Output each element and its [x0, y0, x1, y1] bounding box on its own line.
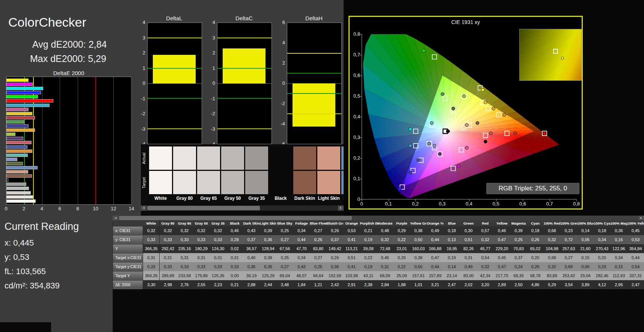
swatch-target-white	[149, 171, 172, 194]
table-scroll-thumb[interactable]	[119, 216, 352, 220]
table-cell: 0,49	[460, 262, 477, 271]
table-cell: 0,33	[594, 262, 610, 271]
threshold-line	[217, 38, 271, 38]
table-cell: 0,44	[627, 253, 644, 262]
threshold-line	[287, 93, 341, 94]
table-cell: 0,33	[193, 262, 210, 271]
swatch-target-dark-skin	[293, 171, 316, 194]
inset-measured-marker	[561, 57, 564, 60]
table-scroll-right-arrow-icon[interactable]: ►	[638, 216, 644, 221]
threshold-line	[287, 53, 341, 54]
deltae-bars	[6, 78, 131, 203]
deltae-x-tick-label: 8	[76, 206, 79, 211]
reading-cdm2: cd/m²: 354,839	[5, 281, 60, 291]
table-cell: 48,07	[293, 271, 310, 280]
table-scrollbar[interactable]: ◄ ►	[113, 216, 644, 220]
scroll-left-arrow-icon[interactable]: ◄	[141, 205, 146, 211]
table-cell: 0,49	[427, 226, 443, 235]
deltal-chart[interactable]: DeltaL 43210-1-2-3-4	[139, 15, 202, 144]
table-cell: 0,18	[443, 226, 460, 235]
table-cell: 0,31	[143, 253, 160, 262]
deltae-bar-foliage	[6, 162, 23, 165]
table-cell: 282,46	[594, 271, 610, 280]
deltae-bar-row	[6, 166, 131, 169]
scroll-right-arrow-icon[interactable]: ►	[338, 205, 344, 211]
cie-chart-panel[interactable]: CIE 1931 xy 00,10,20,30,40,50,60,70,8 00…	[348, 16, 583, 210]
table-cell: 2,91	[343, 280, 360, 289]
table-cell: 2,98	[160, 280, 176, 289]
cie-measured-100-blue	[398, 187, 401, 191]
swatch-scrollbar[interactable]: ◄ ►	[141, 205, 344, 211]
delta-y-tick-label: -2	[141, 111, 145, 117]
table-row-x-cie31: x: CIE310,320,320,320,320,320,460,430,39…	[113, 226, 644, 235]
cie-y-tick-label: 0,5	[350, 93, 360, 99]
table-cell: 0,25	[310, 262, 326, 271]
table-row-target-y-cie31: Target y:CIE310,330,330,330,330,330,330,…	[113, 262, 644, 271]
cie-x-tick-label: 0,8	[571, 201, 582, 207]
table-cell: 0,32	[544, 235, 560, 244]
threshold-line	[217, 98, 271, 99]
table-cell: 0,33	[193, 235, 210, 244]
cie-measured-bluish-green	[430, 121, 434, 125]
col-header-gray-65: Gray 65	[176, 220, 193, 226]
table-cell: 2,50	[510, 280, 527, 289]
table-scroll-left-arrow-icon[interactable]: ◄	[113, 216, 118, 221]
table-cell: 2,44	[260, 280, 276, 289]
table-cell: 0,25	[510, 235, 527, 244]
col-header-magenta: Magenta	[510, 220, 527, 226]
bottom-filler	[113, 289, 644, 332]
col-header-100-red: 100% Red	[544, 220, 560, 226]
table-cell: 2,76	[176, 280, 193, 289]
cie-y-tick-label: 0,6	[350, 72, 360, 78]
table-cell: 0,72	[560, 235, 577, 244]
table-cell: 3,20	[477, 280, 493, 289]
table-cell: 0,45	[627, 226, 644, 235]
deltae-bar-row	[6, 83, 131, 86]
table-cell: 124,30	[210, 244, 226, 253]
deltah-bar	[293, 83, 335, 127]
table-cell: 0,68	[544, 226, 560, 235]
scroll-thumb[interactable]	[147, 206, 260, 210]
deltae-bar-row	[6, 78, 131, 82]
cie-x-tick-label: 0,5	[490, 201, 502, 207]
cie-x-tick-label: 0,2	[410, 201, 421, 207]
table-cell: 68,35	[510, 271, 527, 280]
deltae-bar-row	[6, 149, 131, 153]
col-header-cyan: Cyan	[527, 220, 543, 226]
deltae-x-tick-label: 12	[111, 206, 116, 211]
swatch-target-gray-50	[221, 171, 244, 194]
deltac-chart[interactable]: DeltaC 43210-1-2-3-4	[209, 15, 272, 144]
deltae2000-chart[interactable]	[6, 77, 131, 205]
table-cell: 0,27	[310, 253, 326, 262]
table-cell: 157,89	[427, 271, 443, 280]
table-cell: 2,23	[210, 280, 226, 289]
deltae-bar-cyan	[6, 104, 50, 107]
deltah-chart[interactable]: DeltaH 6420-2-4-6	[279, 15, 342, 144]
table-cell: 3,30	[143, 280, 160, 289]
deltae-bar-100-yellow	[6, 78, 29, 82]
deltae-bar-row	[6, 99, 131, 103]
cie-x-tickmark	[469, 199, 469, 201]
table-cell: 0,14	[577, 226, 594, 235]
cie-measured-yellow	[484, 101, 487, 104]
cie-y-tick-label: 0,1	[350, 176, 360, 181]
table-cell: 0,23	[560, 226, 577, 235]
table-cell: 0,31	[210, 253, 226, 262]
deltah-plot	[287, 23, 342, 144]
table-row-y-cie31: y: CIE310,330,330,330,330,330,280,370,36…	[113, 235, 644, 244]
col-header-orange-yellow: Orange Yellow	[427, 220, 443, 226]
table-cell: 229,20	[493, 244, 510, 253]
cie-measured-black	[484, 140, 487, 143]
delta-y-tick-label: 1	[213, 65, 215, 71]
deltae-bar-purplish-blue	[6, 145, 27, 149]
table-cell: 257,63	[560, 244, 577, 253]
table-cell: 0,50	[410, 262, 427, 271]
table-cell: 0,26	[527, 262, 543, 271]
cie-y-tickmark	[360, 199, 362, 200]
table-cell: 113,21	[343, 244, 360, 253]
deltae-bar-row	[6, 128, 131, 132]
deltae-bar-yellow	[6, 112, 32, 115]
table-cell: 0,33	[176, 262, 193, 271]
table-cell: 0,36	[243, 262, 259, 271]
deltae-bar-row	[6, 112, 131, 115]
